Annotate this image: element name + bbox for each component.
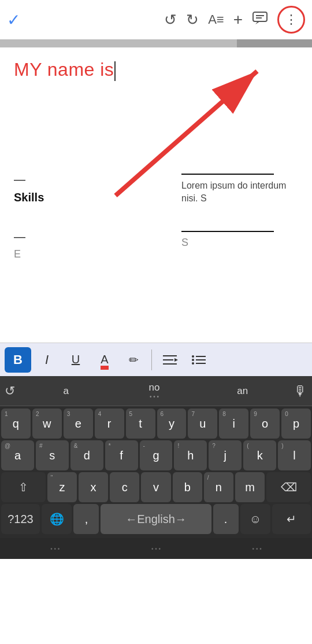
document-area: MY name is — Skills Lorem ipsum do inter… <box>0 47 312 343</box>
svg-point-9 <box>192 355 194 358</box>
keyboard: ↺ a no • • • an 🎙 1q 2w 3e 4r 5t 6y 7u 8… <box>0 376 312 559</box>
highlight-button[interactable]: ✏ <box>120 347 147 373</box>
more-dots-icon: ⋮ <box>285 12 298 27</box>
key-p[interactable]: 0p <box>281 409 311 439</box>
key-l[interactable]: )l <box>278 440 311 470</box>
section-partial-right: S <box>181 237 298 249</box>
key-w[interactable]: 2w <box>32 409 62 439</box>
key-o[interactable]: 9o <box>250 409 280 439</box>
toolbar-right: ↺ ↻ A≡ + ⋮ <box>164 6 305 34</box>
scrollbar-thumb <box>237 39 312 47</box>
doc-left-column: — Skills <box>14 174 170 208</box>
lorem-text: Lorem ipsum do interdum nisi. S <box>181 179 298 205</box>
list-button[interactable] <box>185 347 212 373</box>
key-t[interactable]: 5t <box>126 409 155 439</box>
globe-key[interactable]: 🌐 <box>42 504 72 534</box>
redo-icon[interactable]: ↻ <box>186 11 199 29</box>
undo-icon[interactable]: ↺ <box>164 11 177 29</box>
doc-right-column2: S <box>170 231 298 260</box>
main-text-content: MY name is <box>14 59 114 80</box>
key-row-4: ?123 🌐 , ←English→ . ☺ ↵ <box>1 504 311 534</box>
key-g[interactable]: -g <box>140 440 173 470</box>
enter-key[interactable]: ↵ <box>272 504 311 534</box>
key-rows: 1q 2w 3e 4r 5t 6y 7u 8i 9o 0p @a #s &d *… <box>0 406 312 538</box>
key-m[interactable]: m <box>235 472 265 502</box>
key-k[interactable]: (k <box>243 440 276 470</box>
document-main-text[interactable]: MY name is <box>14 59 298 81</box>
key-c[interactable]: c <box>110 472 139 502</box>
emoji-key[interactable]: ☺ <box>240 504 271 534</box>
suggestion-no[interactable]: no <box>149 382 160 393</box>
top-toolbar: ✓ ↺ ↻ A≡ + ⋮ <box>0 0 312 39</box>
comma-key[interactable]: , <box>73 504 99 534</box>
key-i[interactable]: 8i <box>219 409 248 439</box>
section-divider-line2 <box>181 231 274 232</box>
section-partial-left: E <box>14 248 170 260</box>
text-cursor <box>114 61 116 81</box>
key-h[interactable]: !h <box>174 440 207 470</box>
comment-icon[interactable] <box>252 10 268 30</box>
key-n[interactable]: /n <box>204 472 233 502</box>
key-b[interactable]: b <box>173 472 202 502</box>
key-z[interactable]: "z <box>47 472 77 502</box>
undo-timer-icon[interactable]: ↺ <box>5 384 15 399</box>
key-u[interactable]: 7u <box>188 409 217 439</box>
add-icon[interactable]: + <box>233 10 243 29</box>
svg-point-10 <box>192 359 194 361</box>
doc-section-row: — Skills Lorem ipsum do interdum nisi. S <box>14 174 298 208</box>
key-f[interactable]: *f <box>105 440 138 470</box>
format-toolbar: B I U A ✏ <box>0 343 312 376</box>
key-v[interactable]: v <box>141 472 170 502</box>
italic-button[interactable]: I <box>34 347 60 373</box>
doc-section-row2: — E S <box>14 231 298 260</box>
svg-rect-0 <box>253 12 267 21</box>
key-row-1: 1q 2w 3e 4r 5t 6y 7u 8i 9o 0p <box>1 409 311 439</box>
font-color-button[interactable]: A <box>91 347 118 373</box>
more-options-button[interactable]: ⋮ <box>277 6 305 34</box>
keyboard-bottom-bar: • • • • • • • • • <box>0 538 312 559</box>
underline-button[interactable]: U <box>62 347 89 373</box>
keyboard-dots-left: • • • <box>50 546 60 552</box>
space-key[interactable]: ←English→ <box>101 504 211 534</box>
keyboard-dots-right: • • • <box>252 546 262 552</box>
suggestion-an[interactable]: an <box>198 385 287 397</box>
key-e[interactable]: 3e <box>64 409 93 439</box>
period-key[interactable]: . <box>213 504 239 534</box>
checkmark-icon[interactable]: ✓ <box>7 10 20 30</box>
doc-right-column: Lorem ipsum do interdum nisi. S <box>170 174 298 205</box>
section-divider-line <box>181 174 274 175</box>
font-color-a: A <box>101 353 108 366</box>
skills-heading: Skills <box>14 191 170 204</box>
key-j[interactable]: ?j <box>209 440 242 470</box>
svg-point-11 <box>192 362 194 365</box>
toolbar-left: ✓ <box>7 10 20 30</box>
doc-left-column2: — E <box>14 231 170 260</box>
key-d[interactable]: &d <box>70 440 103 470</box>
mic-icon[interactable]: 🎙 <box>294 383 307 399</box>
doc-dash-left: — <box>14 174 170 185</box>
align-button[interactable] <box>157 347 183 373</box>
key-y[interactable]: 6y <box>157 409 187 439</box>
scrollbar[interactable] <box>0 39 312 47</box>
format-text-icon[interactable]: A≡ <box>208 12 224 27</box>
key-row-2: @a #s &d *f -g !h ?j (k )l <box>1 440 311 470</box>
svg-marker-8 <box>174 358 178 362</box>
format-divider <box>151 349 152 370</box>
key-x[interactable]: x <box>79 472 108 502</box>
key-r[interactable]: 4r <box>95 409 124 439</box>
keyboard-dots-center: • • • <box>151 546 161 552</box>
num-key[interactable]: ?123 <box>1 504 40 534</box>
bold-button[interactable]: B <box>5 347 31 373</box>
key-row-3: ⇧ "z x c v b /n m ⌫ <box>1 472 311 502</box>
backspace-key[interactable]: ⌫ <box>266 472 311 502</box>
suggestion-a[interactable]: a <box>22 385 110 397</box>
key-s[interactable]: #s <box>36 440 69 470</box>
suggestion-bar: ↺ a no • • • an 🎙 <box>0 376 312 406</box>
key-a[interactable]: @a <box>1 440 34 470</box>
key-q[interactable]: 1q <box>1 409 31 439</box>
shift-key[interactable]: ⇧ <box>1 472 46 502</box>
doc-dash-left2: — <box>14 231 170 242</box>
suggestion-dots: • • • <box>150 393 159 400</box>
